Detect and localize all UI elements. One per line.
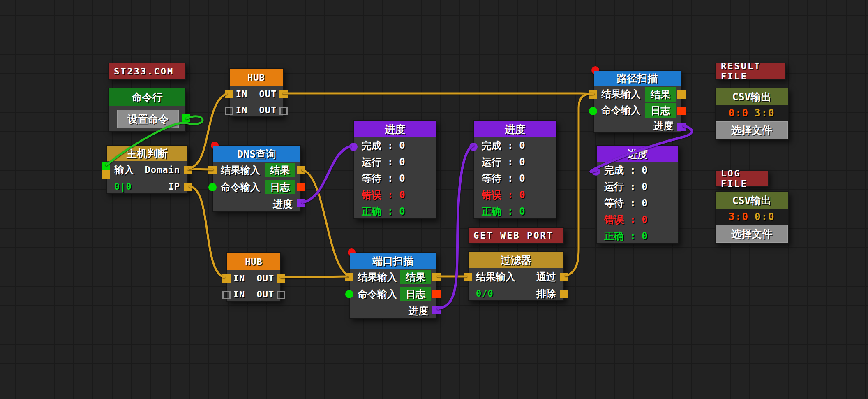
output-socket-command[interactable]: [182, 114, 190, 122]
input-label-command: 命令输入: [358, 288, 397, 301]
node-csv-output-result[interactable]: CSV输出 0:0 3:0 选择文件: [715, 88, 789, 140]
input-socket-2[interactable]: [222, 291, 231, 299]
input-socket-progress[interactable]: [469, 143, 478, 151]
csv-count-errors: 0:0: [729, 107, 749, 119]
input-socket-command[interactable]: [102, 162, 110, 170]
output-label-ip: IP: [169, 181, 180, 192]
wire-dns-progress-to-progress1[interactable]: [302, 146, 350, 202]
output-socket-log[interactable]: [297, 183, 305, 191]
node-hub-top[interactable]: HUB IN OUT IN OUT: [229, 68, 284, 117]
log-button[interactable]: 日志: [400, 287, 431, 301]
node-progress-1[interactable]: 进度 完成 : 0 运行 : 0 等待 : 0 错误 : 0 正确 : 0: [353, 120, 436, 219]
progress-running: 运行 : 0: [362, 155, 405, 169]
results-button[interactable]: 结果: [645, 87, 676, 102]
node-progress-2[interactable]: 进度 完成 : 0 运行 : 0 等待 : 0 错误 : 0 正确 : 0: [473, 120, 556, 219]
node-header[interactable]: HUB: [230, 69, 283, 86]
csv-count-errors: 3:0: [729, 211, 749, 223]
input-socket-1[interactable]: [225, 90, 233, 98]
progress-running: 运行 : 0: [482, 155, 525, 169]
output-socket-1[interactable]: [279, 90, 288, 98]
node-header[interactable]: CSV输出: [716, 192, 788, 209]
comment-get-web-port[interactable]: GET WEB PORT: [468, 227, 564, 244]
input-socket-command[interactable]: [208, 183, 217, 191]
input-socket-progress[interactable]: [592, 167, 600, 176]
progress-done: 完成 : 0: [482, 139, 525, 152]
progress-errors: 错误 : 0: [604, 213, 648, 226]
wire-hub-top-to-path-scan[interactable]: [284, 93, 593, 94]
node-header[interactable]: 进度: [354, 121, 436, 137]
output-socket-2[interactable]: [277, 291, 285, 299]
input-socket-2[interactable]: [225, 107, 233, 115]
input-socket-secondary[interactable]: [102, 170, 110, 179]
node-csv-output-log[interactable]: CSV输出 3:0 0:0 选择文件: [715, 191, 789, 244]
output-socket-progress[interactable]: [297, 199, 305, 207]
set-command-button[interactable]: 设置命令: [117, 110, 179, 128]
node-path-scan[interactable]: 路径扫描 结果输入 结果 命令输入 日志 进度: [593, 70, 681, 133]
output-socket-1[interactable]: [277, 274, 285, 283]
input-socket-results[interactable]: [589, 90, 597, 99]
node-header[interactable]: 进度: [597, 146, 678, 162]
output-socket-results[interactable]: [297, 166, 305, 174]
log-button[interactable]: 日志: [265, 180, 295, 194]
node-header[interactable]: CSV输出: [716, 88, 788, 105]
input-socket-command[interactable]: [345, 290, 353, 298]
node-progress-3[interactable]: 进度 完成 : 0 运行 : 0 等待 : 0 错误 : 0 正确 : 0: [596, 145, 679, 244]
input-socket-command[interactable]: [589, 107, 597, 115]
output-socket-2[interactable]: [279, 107, 288, 115]
node-header[interactable]: 过滤器: [469, 252, 563, 268]
node-dns-query[interactable]: DNS查询 结果输入 结果 命令输入 日志 进度: [212, 145, 301, 212]
node-header[interactable]: 端口扫描: [350, 253, 436, 269]
choose-file-button[interactable]: 选择文件: [716, 121, 788, 139]
node-header[interactable]: DNS查询: [213, 146, 300, 162]
log-button[interactable]: 日志: [645, 103, 676, 118]
progress-correct: 正确 : 0: [604, 230, 648, 243]
node-filter[interactable]: 过滤器 结果输入 通过 0/0 排除: [468, 251, 564, 301]
node-header[interactable]: HUB: [227, 253, 280, 270]
output-label-progress: 进度: [653, 119, 673, 132]
output-label-progress: 进度: [273, 197, 293, 211]
comment-st233[interactable]: ST233.COM: [108, 63, 186, 80]
output-socket-log[interactable]: [677, 107, 686, 115]
results-button[interactable]: 结果: [400, 270, 431, 284]
node-header[interactable]: 命令行: [109, 88, 185, 106]
output-socket-progress[interactable]: [432, 306, 441, 314]
wire-filter-pass-to-path-scan[interactable]: [566, 94, 592, 276]
output-socket-progress[interactable]: [677, 123, 686, 131]
progress-correct: 正确 : 0: [482, 205, 525, 218]
node-host-check[interactable]: 主机判断 输入 Domain 0|0 IP: [106, 145, 188, 194]
node-hub-bottom[interactable]: HUB IN OUT IN OUT: [226, 252, 281, 302]
wire-dns-results-to-port-scan[interactable]: [302, 170, 348, 275]
comment-log-file[interactable]: LOG FILE: [715, 170, 769, 187]
node-command-line[interactable]: 命令行 设置命令: [108, 88, 186, 132]
progress-correct: 正确 : 0: [362, 205, 405, 218]
output-socket-results[interactable]: [677, 90, 686, 99]
output-socket-results[interactable]: [432, 273, 441, 281]
node-header[interactable]: 路径扫描: [594, 71, 681, 86]
input-label-results: 结果输入: [221, 164, 260, 177]
output-socket-log[interactable]: [432, 290, 441, 298]
output-socket-exclude[interactable]: [560, 290, 568, 298]
csv-count-ok: 0:0: [755, 211, 775, 223]
choose-file-button[interactable]: 选择文件: [716, 225, 788, 243]
progress-waiting: 等待 : 0: [362, 172, 405, 185]
node-port-scan[interactable]: 端口扫描 结果输入 结果 命令输入 日志 进度: [349, 252, 436, 319]
input-socket-results[interactable]: [208, 166, 217, 174]
progress-done: 完成 : 0: [362, 139, 405, 152]
node-header[interactable]: 进度: [474, 121, 556, 137]
results-button[interactable]: 结果: [265, 163, 295, 177]
node-header[interactable]: 主机判断: [107, 146, 187, 161]
input-label-command: 命令输入: [221, 181, 260, 194]
wire-hub-bottom-to-port-scan[interactable]: [281, 276, 348, 277]
output-socket-pass[interactable]: [560, 273, 568, 281]
input-socket-1[interactable]: [222, 274, 231, 283]
input-socket-results[interactable]: [464, 273, 472, 281]
progress-running: 运行 : 0: [604, 180, 648, 193]
output-socket-domain[interactable]: [184, 166, 192, 174]
hub-row-1: IN OUT: [227, 270, 280, 286]
output-socket-ip[interactable]: [184, 183, 192, 191]
comment-result-file[interactable]: RESULT FILE: [715, 63, 786, 80]
input-socket-results[interactable]: [345, 273, 353, 281]
node-editor-canvas: ST233.COM GET WEB PORT RESULT FILE LOG F…: [0, 0, 868, 399]
input-label-results: 结果输入: [476, 270, 515, 283]
input-socket-progress[interactable]: [349, 143, 358, 151]
